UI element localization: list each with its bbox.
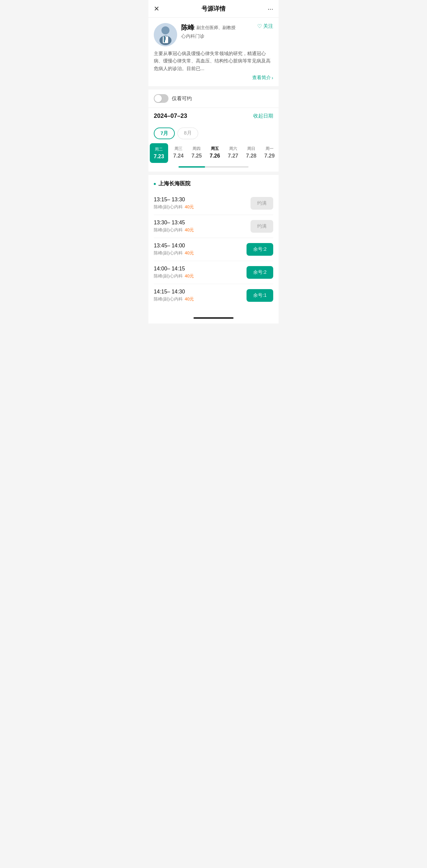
available-only-toggle[interactable] — [154, 94, 168, 103]
chevron-right-icon: › — [271, 75, 273, 81]
svg-rect-4 — [164, 36, 165, 42]
day-item-5[interactable]: 周日 7.28 — [242, 143, 261, 163]
doctor-card: 陈峰 副主任医师、副教授 心内科门诊 ♡ 关注 主要从事冠心病及缓慢心律失常领域… — [149, 18, 278, 86]
follow-button[interactable]: ♡ 关注 — [257, 23, 273, 29]
day-date-2: 7.25 — [192, 153, 202, 159]
day-date-0: 7.23 — [154, 154, 164, 160]
slot-item-1: 13:30– 13:45 陈峰(副)心内科 40元 约满 — [154, 215, 273, 238]
slot-price-1: 40元 — [185, 227, 194, 233]
home-indicator — [194, 317, 233, 319]
day-item-6[interactable]: 周一 7.29 — [260, 143, 278, 163]
filter-row: 仅看可约 — [149, 90, 278, 107]
doctor-description: 主要从事冠心病及缓慢心律失常领域的研究，精通冠心病、缓慢心律失常、高血压、结构性… — [154, 50, 273, 72]
day-item-2[interactable]: 周四 7.25 — [188, 143, 206, 163]
avatar — [154, 23, 177, 46]
day-dow-3: 周五 — [211, 146, 219, 152]
slot-price-0: 40元 — [185, 204, 194, 210]
slot-detail-0: 陈峰(副)心内科 40元 — [154, 204, 194, 210]
day-item-0[interactable]: 周二 7.23 — [150, 143, 168, 163]
date-header: 2024–07–23 收起日期 — [149, 107, 278, 124]
toggle-knob — [155, 95, 162, 102]
progress-filled — [178, 166, 205, 167]
bottom-bar — [149, 312, 278, 323]
day-dow-6: 周一 — [266, 146, 273, 152]
doctor-department: 心内科门诊 — [181, 33, 253, 39]
slot-doctor-1: 陈峰(副)心内科 — [154, 227, 183, 233]
doctor-title: 副主任医师、副教授 — [196, 25, 235, 31]
day-dow-1: 周三 — [174, 146, 183, 152]
slot-price-3: 40元 — [185, 273, 194, 279]
filter-label: 仅看可约 — [172, 95, 192, 102]
header: ✕ 号源详情 ··· — [149, 0, 278, 18]
doctor-info: 陈峰 副主任医师、副教授 心内科门诊 — [181, 23, 253, 39]
collapse-date-button[interactable]: 收起日期 — [253, 113, 273, 119]
slot-item-2: 13:45– 14:00 陈峰(副)心内科 40元 余号:2 — [154, 238, 273, 261]
month-tabs: 7月 8月 — [149, 124, 278, 139]
day-item-4[interactable]: 周六 7.27 — [224, 143, 242, 163]
slot-detail-1: 陈峰(副)心内科 40元 — [154, 227, 194, 233]
slot-detail-2: 陈峰(副)心内科 40元 — [154, 250, 194, 256]
day-dow-4: 周六 — [229, 146, 237, 152]
slot-price-2: 40元 — [185, 250, 194, 256]
slot-button-1[interactable]: 约满 — [251, 220, 273, 233]
slot-item-4: 14:15– 14:30 陈峰(副)心内科 40元 余号:1 — [154, 284, 273, 307]
view-profile-label: 查看简介 — [252, 75, 271, 81]
slot-button-2[interactable]: 余号:2 — [247, 243, 273, 256]
slot-time-0: 13:15– 13:30 — [154, 197, 194, 203]
slot-time-3: 14:00– 14:15 — [154, 266, 194, 272]
day-item-3[interactable]: 周五 7.26 — [206, 143, 224, 163]
slot-time-2: 13:45– 14:00 — [154, 243, 194, 249]
day-dow-0: 周二 — [155, 147, 163, 152]
doctor-name: 陈峰 — [181, 23, 195, 32]
slot-button-4[interactable]: 余号:1 — [247, 289, 273, 302]
day-date-1: 7.24 — [173, 153, 184, 159]
date-display: 2024–07–23 — [154, 113, 187, 120]
slot-price-4: 40元 — [185, 296, 194, 302]
day-item-1[interactable]: 周三 7.24 — [169, 143, 188, 163]
day-selector: 周二 7.23 周三 7.24 周四 7.25 周五 7.26 周六 7.27 … — [149, 139, 278, 163]
day-date-6: 7.29 — [264, 153, 274, 159]
slot-button-0[interactable]: 约满 — [251, 197, 273, 210]
slot-doctor-2: 陈峰(副)心内科 — [154, 250, 183, 256]
day-date-3: 7.26 — [209, 153, 220, 159]
svg-point-1 — [161, 26, 169, 34]
slot-item-0: 13:15– 13:30 陈峰(副)心内科 40元 约满 — [154, 192, 273, 215]
day-dow-2: 周四 — [193, 146, 200, 152]
month-tab-august[interactable]: 8月 — [177, 127, 198, 139]
slot-button-3[interactable]: 余号:2 — [247, 266, 273, 279]
page-title: 号源详情 — [201, 5, 226, 13]
day-date-4: 7.27 — [228, 153, 238, 159]
divider — [149, 86, 278, 90]
slot-detail-3: 陈峰(副)心内科 40元 — [154, 273, 194, 279]
slot-time-4: 14:15– 14:30 — [154, 289, 194, 295]
slot-item-3: 14:00– 14:15 陈峰(副)心内科 40元 余号:2 — [154, 261, 273, 284]
more-button[interactable]: ··· — [267, 5, 273, 13]
slot-doctor-3: 陈峰(副)心内科 — [154, 273, 183, 279]
day-date-5: 7.28 — [246, 153, 257, 159]
scroll-progress-bar — [149, 163, 278, 172]
follow-label: 关注 — [263, 23, 273, 29]
progress-empty — [205, 166, 249, 167]
heart-icon: ♡ — [257, 23, 262, 29]
hospital-dot-icon — [154, 183, 156, 185]
view-profile-link[interactable]: 查看简介 › — [154, 75, 273, 81]
hospital-section: 上海长海医院 13:15– 13:30 陈峰(副)心内科 40元 约满 13:3… — [149, 175, 278, 312]
slot-detail-4: 陈峰(副)心内科 40元 — [154, 296, 194, 302]
slot-doctor-0: 陈峰(副)心内科 — [154, 204, 183, 210]
slot-doctor-4: 陈峰(副)心内科 — [154, 296, 183, 302]
day-dow-5: 周日 — [247, 146, 255, 152]
slot-time-1: 13:30– 13:45 — [154, 220, 194, 226]
hospital-name: 上海长海医院 — [159, 180, 191, 187]
month-tab-july[interactable]: 7月 — [154, 127, 175, 139]
back-button[interactable]: ✕ — [154, 5, 160, 13]
